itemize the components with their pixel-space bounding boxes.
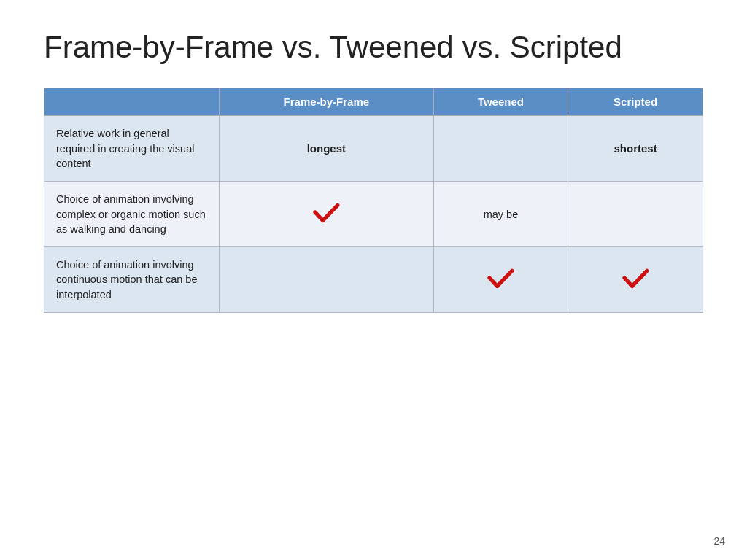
row1-fbf-value: longest xyxy=(307,142,346,155)
table-row: Choice of animation involving complex or… xyxy=(44,182,703,247)
table-header-row: Frame-by-Frame Tweened Scripted xyxy=(44,88,703,116)
checkmark-icon xyxy=(484,262,516,294)
row2-label: Choice of animation involving complex or… xyxy=(44,182,220,247)
row2-tweened: may be xyxy=(433,182,568,247)
row3-scripted xyxy=(568,247,703,313)
row2-scripted xyxy=(568,182,703,247)
checkmark-icon xyxy=(619,262,651,294)
col-header-scripted: Scripted xyxy=(568,88,703,116)
row3-label: Choice of animation involving continuous… xyxy=(44,247,220,313)
comparison-table: Frame-by-Frame Tweened Scripted Relative… xyxy=(44,88,703,313)
row1-fbf: longest xyxy=(220,116,434,182)
table-wrapper: Frame-by-Frame Tweened Scripted Relative… xyxy=(44,88,703,531)
table-row: Choice of animation involving continuous… xyxy=(44,247,703,313)
slide: Frame-by-Frame vs. Tweened vs. Scripted … xyxy=(0,0,747,560)
col-header-empty xyxy=(44,88,220,116)
row3-tweened xyxy=(433,247,568,313)
page-number: 24 xyxy=(713,535,725,547)
row1-label: Relative work in general required in cre… xyxy=(44,116,220,182)
col-header-fbf: Frame-by-Frame xyxy=(220,88,434,116)
slide-title: Frame-by-Frame vs. Tweened vs. Scripted xyxy=(44,29,703,66)
row1-scripted-value: shortest xyxy=(614,142,657,155)
row1-tweened xyxy=(433,116,568,182)
col-header-tweened: Tweened xyxy=(433,88,568,116)
table-row: Relative work in general required in cre… xyxy=(44,116,703,182)
checkmark-icon xyxy=(310,196,342,228)
row1-scripted: shortest xyxy=(568,116,703,182)
row2-fbf xyxy=(220,182,434,247)
row3-fbf xyxy=(220,247,434,313)
